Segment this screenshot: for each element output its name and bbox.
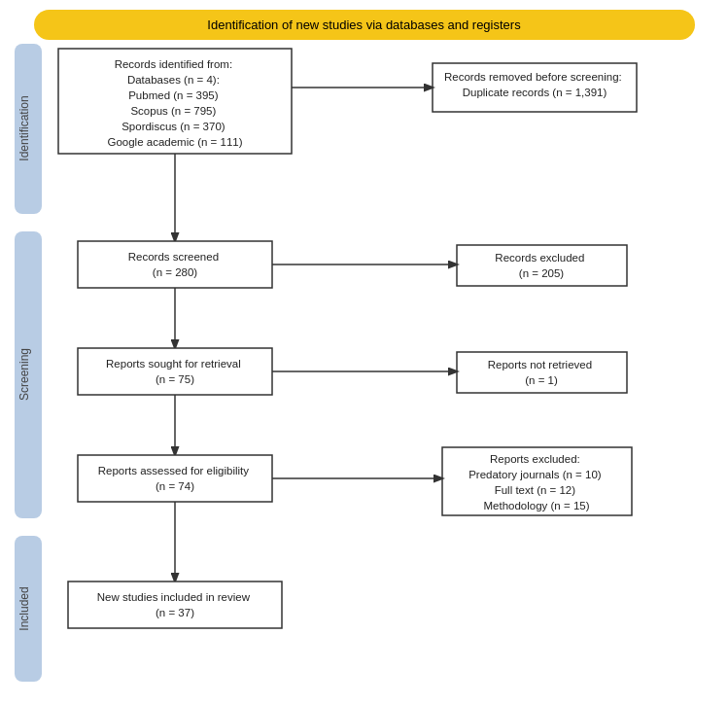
sidebar-screening-label: Screening — [17, 348, 31, 401]
sidebar-identification-label: Identification — [17, 95, 31, 160]
reports-eligibility-box — [78, 455, 272, 502]
reports-sought-box — [78, 348, 272, 395]
sidebar-included-label: Included — [17, 586, 31, 630]
new-studies-box — [68, 582, 282, 628]
diagram-container: Identification of new studies via databa… — [0, 0, 728, 705]
header-title: Identification of new studies via databa… — [207, 18, 520, 32]
records-screened-box — [78, 241, 272, 288]
header-banner: Identification of new studies via databa… — [34, 10, 695, 40]
prisma-diagram: Identification Screening Included Record… — [15, 39, 714, 700]
